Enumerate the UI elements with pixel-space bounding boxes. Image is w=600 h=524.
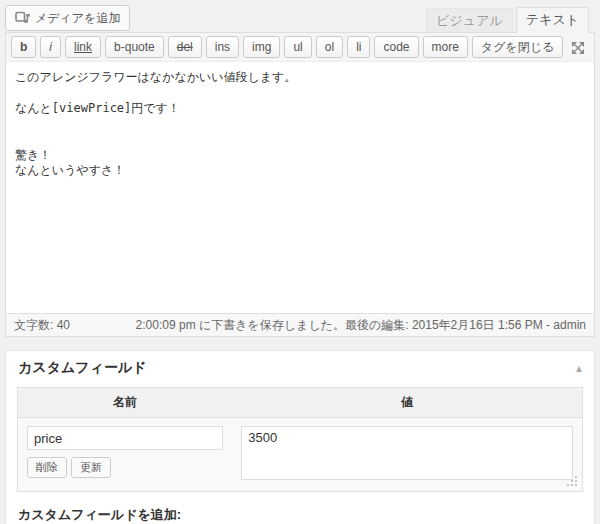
collapse-icon[interactable]: ▴: [576, 362, 582, 374]
quicktag-img-button[interactable]: img: [243, 36, 280, 58]
quicktag-ul-button[interactable]: ul: [284, 36, 311, 58]
name-column-header: 名前: [18, 388, 233, 418]
quicktag-ol-button[interactable]: ol: [316, 36, 343, 58]
post-content-textarea[interactable]: このアレンジフラワーはなかなかいい値段します。 なんと[viewPrice]円で…: [6, 62, 594, 313]
meta-key-cell: 削除 更新: [18, 418, 233, 492]
post-status-bar: 文字数: 40 2:00:09 pm に下書きを保存しました。最後の編集: 20…: [6, 313, 594, 336]
tab-visual[interactable]: ビジュアル: [426, 8, 513, 33]
delete-button[interactable]: 削除: [27, 457, 67, 478]
update-button[interactable]: 更新: [71, 457, 111, 478]
meta-value-cell: 3500: [232, 418, 582, 492]
tab-text[interactable]: テキスト: [516, 7, 589, 33]
fullscreen-icon[interactable]: [571, 41, 585, 55]
word-count-label: 文字数:: [14, 318, 53, 332]
add-media-button[interactable]: メディアを追加: [5, 5, 130, 31]
meta-value-textarea[interactable]: 3500: [241, 426, 573, 480]
custom-fields-postbox: カスタムフィールド ▴ 名前 値 削除 更新: [5, 350, 595, 524]
quicktag-close-tags-button[interactable]: タグを閉じる: [472, 36, 563, 58]
table-row: 削除 更新 3500: [18, 418, 583, 492]
value-column-header: 値: [232, 388, 582, 418]
table-header-row: 名前 値: [18, 388, 583, 418]
custom-fields-table: 名前 値 削除 更新 3500: [17, 387, 583, 492]
meta-key-input[interactable]: [27, 426, 223, 450]
add-custom-field-title: カスタムフィールドを追加:: [18, 506, 582, 524]
add-media-icon: [15, 11, 30, 25]
autosave-message: 2:00:09 pm に下書きを保存しました。最後の編集: 2015年2月16日…: [136, 317, 586, 334]
quicktag-b-button[interactable]: b: [11, 36, 36, 58]
add-media-label: メディアを追加: [35, 10, 120, 27]
quicktags-toolbar: bilinkb-quotedelinsimgulollicodemoreタグを閉…: [6, 33, 594, 62]
custom-fields-body: 名前 値 削除 更新 3500: [6, 387, 594, 524]
quicktag-del-button[interactable]: del: [168, 36, 202, 58]
editor-mode-tabs: ビジュアル テキスト: [426, 7, 589, 33]
quicktag-li-button[interactable]: li: [347, 36, 370, 58]
word-count-value: 40: [57, 318, 70, 332]
word-count: 文字数: 40: [14, 317, 70, 334]
custom-fields-title: カスタムフィールド: [18, 359, 147, 377]
quicktag-code-button[interactable]: code: [374, 36, 418, 58]
quicktag-b-quote-button[interactable]: b-quote: [105, 36, 164, 58]
quicktags-toolbar-buttons: bilinkb-quotedelinsimgulollicodemoreタグを閉…: [9, 36, 565, 58]
row-actions: 削除 更新: [27, 457, 223, 478]
text-editor-panel: bilinkb-quotedelinsimgulollicodemoreタグを閉…: [5, 32, 595, 337]
quicktag-more-button[interactable]: more: [423, 36, 468, 58]
custom-fields-header[interactable]: カスタムフィールド ▴: [6, 351, 594, 384]
quicktag-i-button[interactable]: i: [40, 36, 61, 58]
editor-top-row: メディアを追加 ビジュアル テキスト: [5, 0, 595, 32]
quicktag-link-button[interactable]: link: [65, 36, 101, 58]
quicktag-ins-button[interactable]: ins: [206, 36, 239, 58]
